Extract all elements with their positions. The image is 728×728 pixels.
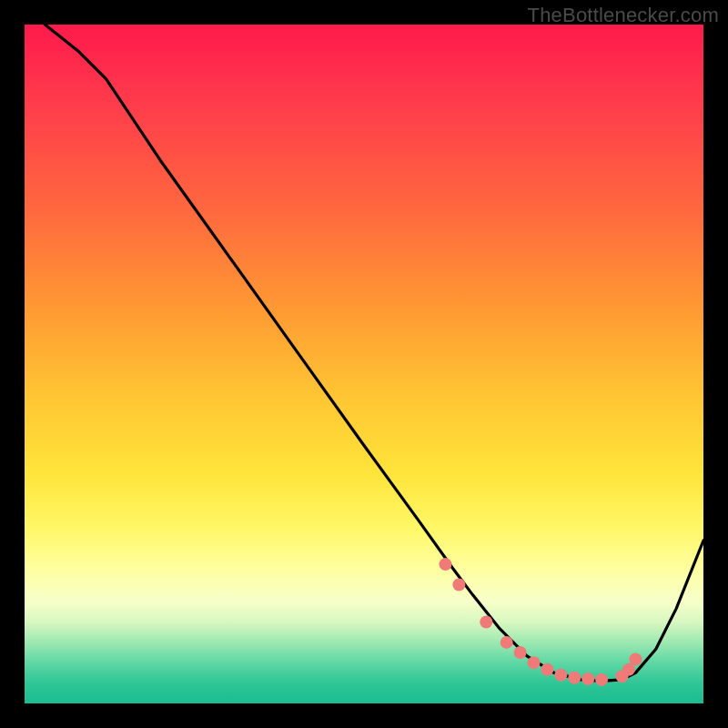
marker-dot (452, 579, 465, 592)
plot-area (25, 25, 703, 703)
marker-dot (440, 558, 452, 571)
curve-line (25, 25, 703, 681)
marker-group (440, 558, 642, 686)
marker-dot (629, 653, 642, 666)
marker-dot (480, 616, 492, 629)
chart-frame: TheBottlenecker.com (0, 0, 728, 728)
marker-dot (500, 636, 513, 649)
marker-dot (595, 673, 608, 686)
marker-dot (554, 669, 567, 682)
marker-dot (568, 672, 581, 684)
marker-dot (514, 646, 527, 659)
marker-dot (528, 656, 541, 669)
attribution-text: TheBottlenecker.com (528, 4, 719, 27)
chart-svg (25, 25, 703, 703)
marker-dot (541, 663, 553, 676)
marker-dot (581, 672, 594, 685)
